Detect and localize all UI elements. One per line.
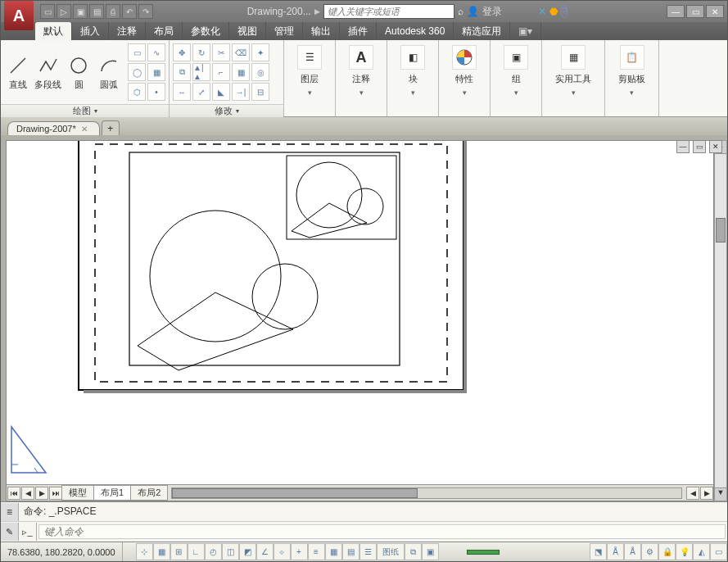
toolbar-lock-icon[interactable]: 🔒 <box>658 543 676 560</box>
tab-a360[interactable]: Autodesk 360 <box>377 22 454 40</box>
vp-close-icon[interactable]: ✕ <box>709 140 722 153</box>
layout1-tab[interactable]: 布局1 <box>93 485 131 501</box>
scale-icon[interactable]: ⤢ <box>192 83 210 101</box>
panel-draw-title[interactable]: 绘图▾ <box>1 104 169 117</box>
tool-circle[interactable]: 圆 <box>66 54 93 91</box>
hscroll-right-icon[interactable]: ▶ <box>700 487 713 500</box>
exchange-icon[interactable]: ✕ <box>538 6 546 17</box>
app-menu-button[interactable]: A <box>4 1 34 30</box>
tab-annotate[interactable]: 注释 <box>109 22 146 40</box>
panel-drop-icon[interactable]: ▾ <box>359 88 364 97</box>
app-store-icon[interactable]: ⬣ <box>549 6 558 17</box>
qat-redo-icon[interactable]: ↷ <box>138 4 153 19</box>
document-tab[interactable]: Drawing-2007* ✕ <box>7 121 100 135</box>
tab-nav-first-icon[interactable]: ⏮ <box>7 487 20 500</box>
qat-undo-icon[interactable]: ↶ <box>122 4 137 19</box>
workspace-icon[interactable]: ⚙ <box>641 543 658 560</box>
offset-icon[interactable]: ◎ <box>251 63 269 81</box>
clipboard-icon[interactable]: 📋 <box>620 45 644 70</box>
v-scroll-thumb[interactable] <box>716 218 726 242</box>
tab-default[interactable]: 默认 <box>35 22 72 40</box>
qp-icon[interactable]: ▤ <box>342 543 359 560</box>
tab-manage[interactable]: 管理 <box>266 22 303 40</box>
dyn-icon[interactable]: + <box>291 543 308 560</box>
block-icon[interactable]: ◧ <box>400 45 425 70</box>
sc-icon[interactable]: ☰ <box>359 543 377 560</box>
command-input[interactable] <box>38 524 726 539</box>
tab-expand-icon[interactable]: ▣▾ <box>510 22 541 40</box>
grid-icon[interactable]: ⊞ <box>170 543 188 560</box>
move-icon[interactable]: ✥ <box>173 43 191 61</box>
snap-icon[interactable]: ▦ <box>153 543 170 560</box>
hardware-accel-icon[interactable]: 💡 <box>676 543 693 560</box>
qat-print-icon[interactable]: ⎙ <box>106 4 120 19</box>
qat-open-icon[interactable]: ▷ <box>57 4 71 19</box>
rect-icon[interactable]: ▭ <box>128 43 146 61</box>
search-input[interactable] <box>323 4 454 19</box>
hscroll-left-icon[interactable]: ◀ <box>686 487 699 500</box>
otrack-icon[interactable]: ∠ <box>256 543 274 560</box>
quickview-drawings-icon[interactable]: ▣ <box>422 543 439 560</box>
login-label[interactable]: 登录 <box>482 5 502 19</box>
trim-icon[interactable]: ✂ <box>212 43 230 61</box>
osnap-icon[interactable]: ◫ <box>222 543 239 560</box>
annotation-auto-icon[interactable]: Å <box>624 543 641 560</box>
layout2-tab[interactable]: 布局2 <box>130 485 168 501</box>
cmd-history-icon[interactable]: ≡ <box>1 503 19 521</box>
close-button[interactable]: ✕ <box>706 5 724 18</box>
panel-drop-icon[interactable]: ▾ <box>630 88 634 97</box>
minimize-button[interactable]: — <box>667 5 685 18</box>
layers-icon[interactable]: ☰ <box>297 45 322 70</box>
fillet-icon[interactable]: ⌐ <box>212 63 230 81</box>
mirror-icon[interactable]: ▲|▲ <box>192 63 210 81</box>
vscroll-down-icon[interactable]: ▼ <box>715 487 726 501</box>
break-icon[interactable]: ⊟ <box>251 83 269 101</box>
panel-drop-icon[interactable]: ▾ <box>514 88 518 97</box>
paperspace-toggle[interactable]: 图纸 <box>377 543 405 560</box>
extend-icon[interactable]: →| <box>232 83 250 101</box>
model-tab[interactable]: 模型 <box>61 485 94 501</box>
doc-tab-close-icon[interactable]: ✕ <box>81 125 88 134</box>
ducs-icon[interactable]: ⟐ <box>274 543 291 560</box>
explode-icon[interactable]: ✦ <box>251 43 269 61</box>
polar-icon[interactable]: ◴ <box>205 543 222 560</box>
cmd-prompt-icon[interactable]: ▹_ <box>19 523 37 541</box>
array-icon[interactable]: ▦ <box>232 63 250 81</box>
stretch-icon[interactable]: ↔ <box>173 83 191 101</box>
tab-nav-prev-icon[interactable]: ◀ <box>21 487 34 500</box>
spline-icon[interactable]: ∿ <box>147 43 165 61</box>
panel-drop-icon[interactable]: ▾ <box>308 88 312 97</box>
tool-arc[interactable]: 圆弧 <box>96 54 123 91</box>
tab-featured[interactable]: 精选应用 <box>454 22 510 40</box>
ellipse-icon[interactable]: ◯ <box>128 63 146 81</box>
coordinates[interactable]: 78.6380, 180.2820, 0.0000 <box>1 542 123 561</box>
properties-icon[interactable] <box>452 45 477 70</box>
annotation-vis-icon[interactable]: Å <box>607 543 624 560</box>
cmd-tools-icon[interactable]: ✎ <box>1 523 19 541</box>
panel-drop-icon[interactable]: ▾ <box>572 88 576 97</box>
maximize-button[interactable]: ▭ <box>686 5 704 18</box>
panel-modify-title[interactable]: 修改▾ <box>170 104 283 117</box>
cleanscreen-icon[interactable]: ▭ <box>710 543 727 560</box>
help-icon[interactable]: ? <box>561 5 568 18</box>
text-icon[interactable]: A <box>349 45 373 70</box>
tab-parametric[interactable]: 参数化 <box>183 22 229 40</box>
qat-save-icon[interactable]: ▣ <box>73 4 88 19</box>
erase-icon[interactable]: ⌫ <box>232 43 250 61</box>
tab-output[interactable]: 输出 <box>303 22 340 40</box>
h-scrollbar[interactable] <box>171 487 682 499</box>
point-icon[interactable]: • <box>147 83 165 101</box>
drawing-canvas[interactable]: ⏮ ◀ ▶ ⏭ 模型 布局1 布局2 ◀ ▶ <box>6 140 714 501</box>
user-icon[interactable]: 👤 <box>467 6 479 17</box>
chamfer-icon[interactable]: ◣ <box>212 83 230 101</box>
quickview-layouts-icon[interactable]: ⧉ <box>405 543 422 560</box>
tab-nav-last-icon[interactable]: ⏭ <box>49 487 62 500</box>
title-dropdown-icon[interactable]: ▶ <box>314 7 320 16</box>
copy-icon[interactable]: ⧉ <box>173 63 191 81</box>
transparency-icon[interactable]: ▦ <box>325 543 342 560</box>
tab-nav-next-icon[interactable]: ▶ <box>35 487 48 500</box>
h-scroll-thumb[interactable] <box>172 488 418 498</box>
hatch-icon[interactable]: ▦ <box>147 63 165 81</box>
polygon-icon[interactable]: ⬡ <box>128 83 146 101</box>
lwt-icon[interactable]: ≡ <box>308 543 325 560</box>
